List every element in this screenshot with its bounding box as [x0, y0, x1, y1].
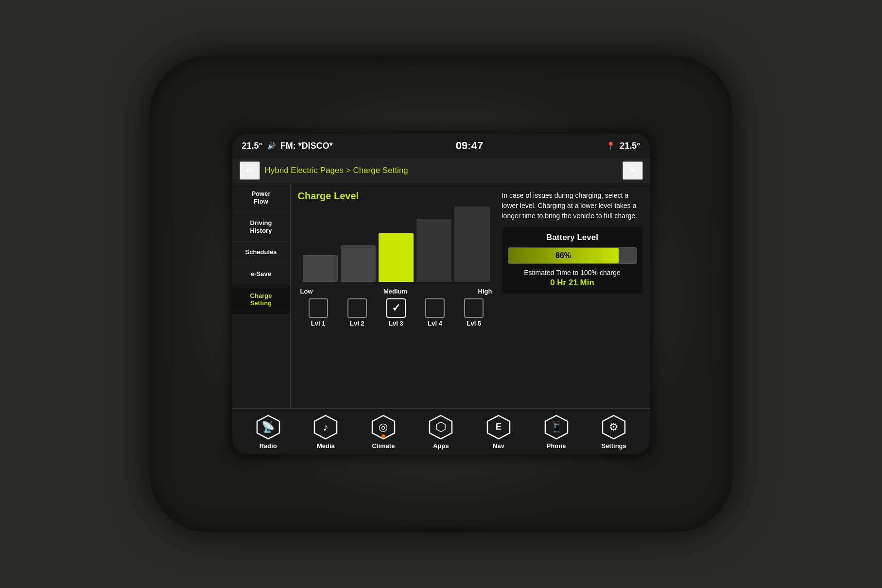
level-option-1: Lvl 1 [309, 298, 328, 327]
bar-lvl4 [416, 219, 451, 282]
bar-lvl2 [341, 245, 376, 282]
battery-bar-fill: 86% [508, 248, 619, 263]
level-option-5: Lvl 5 [464, 298, 484, 327]
level-option-3: ✓ Lvl 3 [386, 298, 406, 327]
battery-bar-container: 86% [508, 247, 637, 264]
climate-label: Climate [372, 442, 395, 450]
battery-section: Battery Level 86% Estimated Time to 100%… [502, 227, 643, 294]
settings-label: Settings [602, 442, 626, 450]
climate-icon-wrap: ◎ [370, 414, 397, 440]
battery-title: Battery Level [508, 233, 637, 242]
nav-item-radio[interactable]: 📡 Radio [255, 414, 281, 450]
media-icon: ♪ [323, 421, 329, 433]
media-icon-wrap: ♪ [312, 414, 339, 440]
level-label-1: Lvl 1 [311, 320, 326, 327]
level-checkbox-2[interactable] [347, 298, 367, 318]
estimated-time-value: 0 Hr 21 Min [508, 278, 637, 288]
level-checkbox-1[interactable] [309, 298, 328, 318]
car-bezel: 21.5° 🔊 FM: *DISCO* 09:47 📍 21.5° ⇐ Hybr… [150, 56, 733, 532]
settings-icon-wrap: ⚙ [601, 414, 627, 440]
status-bar: 21.5° 🔊 FM: *DISCO* 09:47 📍 21.5° [232, 134, 650, 158]
status-right: 📍 21.5° [606, 141, 640, 151]
status-left: 21.5° 🔊 FM: *DISCO* [242, 141, 333, 151]
estimated-time-label: Estimated Time to 100% charge [508, 269, 637, 277]
level-option-2: Lvl 2 [347, 298, 367, 327]
right-column: In case of issues during charging, selec… [502, 190, 643, 401]
nav-item-nav[interactable]: E Nav [485, 414, 512, 450]
radio-icon: 📡 [261, 421, 275, 433]
screen: 21.5° 🔊 FM: *DISCO* 09:47 📍 21.5° ⇐ Hybr… [232, 134, 650, 454]
main-content: PowerFlow DrivingHistory Schedules e-Sav… [232, 183, 650, 408]
radio-icon-wrap: 📡 [255, 414, 281, 440]
temp-left: 21.5° [242, 141, 262, 151]
phone-icon-wrap: 📱 [543, 414, 570, 440]
left-column: Charge Level Low Medium [298, 190, 495, 401]
sidebar-item-driving-history[interactable]: DrivingHistory [232, 212, 290, 242]
nav-icon-wrap: E [485, 414, 512, 440]
nav-item-climate[interactable]: ◎ Climate [370, 414, 397, 450]
radio-label: Radio [259, 442, 277, 450]
nav-bar: ⇐ Hybrid Electric Pages > Charge Setting… [232, 158, 650, 183]
charge-level-title: Charge Level [298, 190, 495, 202]
apps-label: Apps [433, 442, 449, 450]
range-low: Low [300, 288, 313, 295]
sidebar-item-power-flow[interactable]: PowerFlow [232, 183, 290, 212]
close-button[interactable]: ✕ [623, 161, 643, 180]
level-option-4: Lvl 4 [425, 298, 445, 327]
climate-icon: ◎ [379, 421, 388, 433]
level-options: Lvl 1 Lvl 2 ✓ Lvl 3 [298, 296, 495, 329]
level-checkbox-3[interactable]: ✓ [386, 298, 406, 318]
nav-item-media[interactable]: ♪ Media [312, 414, 339, 450]
content-area: Charge Level Low Medium [291, 183, 650, 408]
phone-icon: 📱 [550, 421, 563, 433]
content-columns: Charge Level Low Medium [298, 190, 643, 401]
nav-label: Nav [493, 442, 504, 450]
bar-chart [298, 209, 495, 282]
phone-label: Phone [547, 442, 566, 450]
sidebar-item-charge-setting[interactable]: ChargeSetting [232, 285, 290, 314]
level-label-2: Lvl 2 [350, 320, 364, 327]
range-high: High [478, 288, 492, 295]
info-text: In case of issues during charging, selec… [502, 190, 643, 221]
back-button[interactable]: ⇐ [240, 161, 260, 180]
bottom-nav: 📡 Radio ♪ Media ◎ [232, 408, 650, 454]
level-label-4: Lvl 4 [428, 320, 442, 327]
media-label: Media [317, 442, 335, 450]
nav-item-settings[interactable]: ⚙ Settings [601, 414, 627, 450]
radio-station: FM: *DISCO* [280, 141, 333, 151]
clock: 09:47 [456, 139, 483, 152]
bar-lvl1 [303, 255, 338, 282]
settings-icon: ⚙ [609, 421, 619, 433]
climate-indicator [381, 434, 385, 438]
bar-lvl5 [454, 207, 489, 282]
battery-percent: 86% [555, 251, 571, 260]
level-label-5: Lvl 5 [467, 320, 482, 327]
apps-icon: ⬡ [435, 419, 447, 434]
level-checkbox-4[interactable] [425, 298, 445, 318]
level-label-3: Lvl 3 [389, 320, 403, 327]
radio-signal-icon: 🔊 [267, 142, 276, 150]
checkmark-icon: ✓ [392, 302, 400, 314]
sidebar: PowerFlow DrivingHistory Schedules e-Sav… [232, 183, 291, 408]
nav-icon: E [496, 422, 502, 432]
range-labels: Low Medium High [298, 287, 495, 296]
apps-icon-wrap: ⬡ [428, 414, 454, 440]
level-checkbox-5[interactable] [464, 298, 484, 318]
temp-right: 21.5° [620, 141, 640, 151]
sidebar-item-esave[interactable]: e-Save [232, 263, 290, 285]
sidebar-item-schedules[interactable]: Schedules [232, 242, 290, 263]
location-icon: 📍 [606, 141, 616, 151]
bar-lvl3 [379, 233, 414, 282]
nav-item-phone[interactable]: 📱 Phone [543, 414, 570, 450]
breadcrumb: Hybrid Electric Pages > Charge Setting [265, 166, 618, 175]
range-medium: Medium [383, 288, 407, 295]
nav-item-apps[interactable]: ⬡ Apps [428, 414, 454, 450]
